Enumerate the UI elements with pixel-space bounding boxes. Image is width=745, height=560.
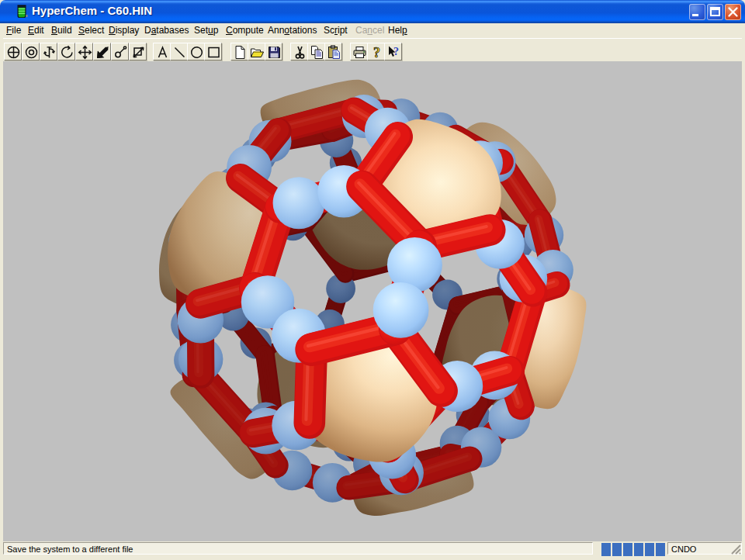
svg-text:?: ?: [373, 45, 380, 60]
svg-text:?: ?: [393, 46, 399, 57]
